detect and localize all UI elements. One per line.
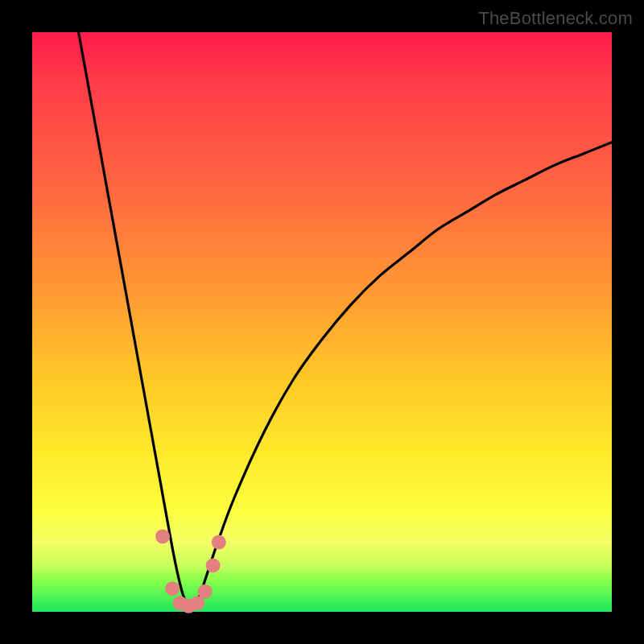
curve-marker	[212, 535, 226, 550]
curve-marker	[206, 558, 221, 572]
bottleneck-curve	[79, 32, 612, 607]
chart-frame: TheBottleneck.com	[0, 0, 644, 644]
curve-markers	[155, 529, 226, 613]
curve-marker	[155, 529, 170, 543]
curve-marker	[198, 584, 213, 599]
plot-area	[32, 32, 612, 612]
watermark-text: TheBottleneck.com	[478, 8, 633, 29]
curve-marker	[165, 581, 180, 596]
curve-svg	[32, 32, 612, 612]
bottleneck-curve-path	[79, 32, 612, 607]
